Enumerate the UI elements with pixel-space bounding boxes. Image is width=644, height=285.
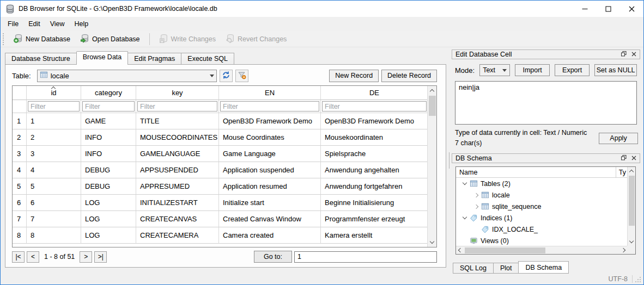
cell-de[interactable]: OpenB3D Framework Demo xyxy=(321,113,428,129)
close-button[interactable] xyxy=(620,1,643,17)
cell-category[interactable]: INFO xyxy=(81,129,136,146)
cell-key[interactable]: CREATECAMERA xyxy=(136,227,219,244)
resize-grip-icon[interactable] xyxy=(635,276,642,284)
maximize-button[interactable] xyxy=(597,1,620,17)
close-panel-icon[interactable] xyxy=(631,154,636,162)
filter-input-id[interactable] xyxy=(28,101,80,111)
scroll-left-icon[interactable] xyxy=(456,246,464,255)
column-header-key[interactable]: key xyxy=(136,86,219,100)
refresh-button[interactable] xyxy=(220,70,233,82)
tree-item-idx-locale[interactable]: IDX_LOCALE_ xyxy=(456,224,635,235)
cell-de[interactable]: Anwendung angehalten xyxy=(321,162,428,178)
scroll-up-icon[interactable] xyxy=(428,86,436,95)
tab-db-schema[interactable]: DB Schema xyxy=(518,261,569,274)
menu-help[interactable]: Help xyxy=(70,18,94,30)
scrollbar-thumb[interactable] xyxy=(465,247,545,253)
tree-item-sqlite-sequence[interactable]: sqlite_sequence xyxy=(456,201,635,212)
cell-en[interactable]: Camera created xyxy=(219,227,321,244)
float-panel-icon[interactable] xyxy=(621,51,627,58)
menu-file[interactable]: File xyxy=(3,18,23,30)
next-page-button[interactable]: > xyxy=(80,251,92,263)
cell-key[interactable]: CREATECANVAS xyxy=(136,211,219,227)
expander-open-icon[interactable] xyxy=(459,215,470,220)
name-column-header[interactable]: Name xyxy=(459,169,477,176)
column-header-id[interactable]: id xyxy=(27,86,81,100)
cell-category[interactable]: DEBUG xyxy=(81,178,136,195)
cell-de[interactable]: Kamera erstellt xyxy=(321,227,428,244)
row-number[interactable]: 4 xyxy=(13,162,27,178)
filter-input-key[interactable] xyxy=(137,101,217,111)
scroll-down-icon[interactable] xyxy=(428,238,436,247)
cell-category[interactable]: DEBUG xyxy=(81,162,136,178)
tab-browse-data[interactable]: Browse Data xyxy=(76,51,129,65)
clear-filters-button[interactable] xyxy=(235,70,248,82)
cell-id[interactable]: 8 xyxy=(27,227,81,244)
column-header-category[interactable]: category xyxy=(81,86,136,100)
column-header-de[interactable]: DE xyxy=(321,86,428,100)
cell-id[interactable]: 5 xyxy=(27,178,81,195)
cell-category[interactable]: LOG xyxy=(81,195,136,211)
last-page-button[interactable]: >| xyxy=(94,251,107,263)
tab-execute-sql[interactable]: Execute SQL xyxy=(181,53,234,65)
cell-de[interactable]: Beginne Initialisierung xyxy=(321,195,428,211)
row-number[interactable]: 3 xyxy=(13,146,27,162)
cell-key[interactable]: INITIALIZESTART xyxy=(136,195,219,211)
cell-de[interactable]: Spielsprache xyxy=(321,146,428,162)
mode-select[interactable]: Text xyxy=(479,64,510,76)
goto-button[interactable]: Go to: xyxy=(254,251,292,263)
cell-id[interactable]: 7 xyxy=(27,211,81,227)
schema-horizontal-scrollbar[interactable] xyxy=(456,246,627,254)
cell-id[interactable]: 2 xyxy=(27,129,81,146)
row-number[interactable]: 8 xyxy=(13,227,27,244)
minimize-button[interactable] xyxy=(573,1,597,17)
type-column-header[interactable]: Ty xyxy=(616,167,626,177)
tree-item-locale[interactable]: locale xyxy=(456,189,635,201)
cell-de[interactable]: Anwendung fortgefahren xyxy=(321,178,428,195)
tab-edit-pragmas[interactable]: Edit Pragmas xyxy=(127,53,181,65)
cell-key[interactable]: GAMELANGUAGE xyxy=(136,146,219,162)
open-database-button[interactable]: Open Database xyxy=(75,32,145,47)
cell-key[interactable]: APPRESUMED xyxy=(136,178,219,195)
new-record-button[interactable]: New Record xyxy=(329,70,379,82)
tree-item-views[interactable]: Views (0) xyxy=(456,235,635,246)
cell-en[interactable]: Game Language xyxy=(219,146,321,162)
float-panel-icon[interactable] xyxy=(621,154,627,162)
tab-plot[interactable]: Plot xyxy=(493,263,519,274)
scroll-right-icon[interactable] xyxy=(619,246,627,255)
menu-edit[interactable]: Edit xyxy=(23,18,45,30)
expander-closed-icon[interactable] xyxy=(471,205,481,208)
filter-input-de[interactable] xyxy=(322,101,427,111)
row-number[interactable]: 6 xyxy=(13,195,27,211)
cell-key[interactable]: TITLE xyxy=(136,113,219,129)
cell-content-editor[interactable]: nein|ja xyxy=(455,81,637,125)
row-number[interactable]: 5 xyxy=(13,178,27,195)
tree-item-tables[interactable]: Tables (2) xyxy=(456,178,635,189)
cell-en[interactable]: Application resumed xyxy=(219,178,321,195)
export-button[interactable]: Export xyxy=(555,64,590,76)
cell-en[interactable]: Mouse Coordinates xyxy=(219,129,321,146)
tree-item-indices[interactable]: Indices (1) xyxy=(456,212,635,224)
filter-input-en[interactable] xyxy=(220,101,319,111)
toolbar-drag-handle[interactable] xyxy=(3,33,5,45)
goto-input[interactable] xyxy=(294,251,437,263)
cell-de[interactable]: Mousekoordinaten xyxy=(321,129,428,146)
filter-input-category[interactable] xyxy=(82,101,135,111)
row-number[interactable]: 2 xyxy=(13,129,27,146)
tab-sql-log[interactable]: SQL Log xyxy=(453,263,494,274)
cell-category[interactable]: INFO xyxy=(81,146,136,162)
scroll-up-icon[interactable] xyxy=(628,167,635,175)
set-as-null-button[interactable]: Set as NULL xyxy=(594,64,637,76)
cell-category[interactable]: LOG xyxy=(81,211,136,227)
cell-key[interactable]: APPSUSPENDED xyxy=(136,162,219,178)
table-select[interactable]: locale xyxy=(37,70,217,82)
cell-id[interactable]: 4 xyxy=(27,162,81,178)
delete-record-button[interactable]: Delete Record xyxy=(381,70,437,82)
cell-en[interactable]: Application suspended xyxy=(219,162,321,178)
corner-header-cell[interactable] xyxy=(13,86,27,100)
row-number[interactable]: 1 xyxy=(13,113,27,129)
prev-page-button[interactable]: < xyxy=(27,251,39,263)
cell-id[interactable]: 1 xyxy=(27,113,81,129)
import-button[interactable]: Import xyxy=(515,64,550,76)
cell-id[interactable]: 3 xyxy=(27,146,81,162)
row-number[interactable]: 7 xyxy=(13,211,27,227)
